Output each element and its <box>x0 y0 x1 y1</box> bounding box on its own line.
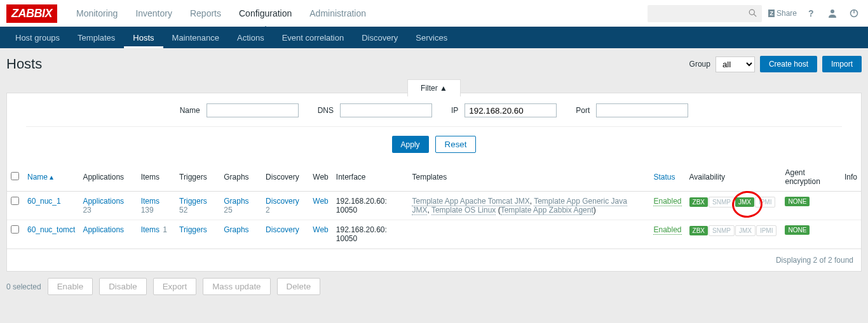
search-input[interactable] <box>648 5 762 22</box>
applications-link[interactable]: Applications <box>83 197 124 206</box>
group-label: Group <box>689 60 710 69</box>
graphs-link[interactable]: Graphs <box>224 197 248 206</box>
nav-configuration[interactable]: Configuration <box>230 1 301 26</box>
filter-apply-button[interactable]: Apply <box>392 136 429 153</box>
col-encryption: Agent encryption <box>781 163 840 192</box>
table-row: 60_nuc_tomctApplications Items 1Triggers… <box>7 220 861 249</box>
col-availability: Availability <box>686 163 782 192</box>
col-status[interactable]: Status <box>653 173 675 181</box>
status-link[interactable]: Enabled <box>653 197 681 206</box>
col-applications: Applications <box>79 163 137 192</box>
items-count: 139 <box>141 206 154 214</box>
share-link[interactable]: ZShare <box>768 9 797 18</box>
row-checkbox[interactable] <box>11 225 19 234</box>
group-select[interactable]: all <box>715 56 755 72</box>
power-icon[interactable] <box>846 6 862 21</box>
web-link[interactable]: Web <box>313 197 328 206</box>
col-graphs: Graphs <box>220 163 262 192</box>
col-web: Web <box>309 163 332 192</box>
bulk-disable-button[interactable]: Disable <box>99 278 146 295</box>
share-label: Share <box>776 9 797 18</box>
avail-ipmi: IPMI <box>755 197 776 208</box>
search-icon[interactable] <box>749 8 757 17</box>
table-row: 60_nuc_1Applications 23Items 139Triggers… <box>7 192 861 220</box>
avail-snmp: SNMP <box>709 225 735 236</box>
topright: ZShare ? <box>648 5 862 22</box>
hosts-table: Name ▴ Applications Items Triggers Graph… <box>7 163 861 249</box>
filter-name-input[interactable] <box>207 103 299 117</box>
template-link[interactable]: Template OS Linux <box>431 206 496 215</box>
triggers-link[interactable]: Triggers <box>179 197 207 206</box>
subnav-event-correlation[interactable]: Event correlation <box>273 27 353 48</box>
import-button[interactable]: Import <box>822 56 862 72</box>
avail-snmp: SNMP <box>709 197 735 208</box>
row-checkbox[interactable] <box>11 197 19 205</box>
discovery-link[interactable]: Discovery <box>266 225 299 234</box>
items-link[interactable]: Items <box>141 225 159 234</box>
filter-toggle[interactable]: Filter ▲ <box>407 79 461 96</box>
col-triggers: Triggers <box>175 163 220 192</box>
filter-port-label: Port <box>576 106 590 115</box>
col-discovery: Discovery <box>262 163 309 192</box>
logo[interactable]: ZABBIX <box>6 4 57 23</box>
nav-inventory[interactable]: Inventory <box>126 1 181 26</box>
filter-card: Name DNS IP Port Apply Reset Name ▴ Appl… <box>6 93 862 272</box>
graphs-link[interactable]: Graphs <box>224 225 248 234</box>
status-link[interactable]: Enabled <box>653 225 681 235</box>
svg-line-1 <box>754 14 757 16</box>
triggers-count: 52 <box>179 206 187 214</box>
nav-monitoring[interactable]: Monitoring <box>67 1 126 26</box>
topnav: Monitoring Inventory Reports Configurati… <box>67 1 375 26</box>
avail-zbx: ZBX <box>689 197 708 207</box>
triggers-link[interactable]: Triggers <box>179 225 207 234</box>
bulk-export-button[interactable]: Export <box>153 278 197 295</box>
filter-reset-button[interactable]: Reset <box>435 136 477 153</box>
bulk-delete-button[interactable]: Delete <box>277 278 321 295</box>
user-icon[interactable] <box>825 6 840 21</box>
select-all-checkbox[interactable] <box>11 172 19 180</box>
template-link[interactable]: Template App Apache Tomcat JMX <box>412 197 529 206</box>
selected-count: 0 selected <box>6 282 41 291</box>
items-count: 1 <box>161 225 167 234</box>
subnav-services[interactable]: Services <box>407 27 456 48</box>
nav-administration[interactable]: Administration <box>301 1 375 26</box>
items-link[interactable]: Items <box>141 197 159 206</box>
applications-link[interactable]: Applications <box>83 225 124 234</box>
info-cell <box>841 192 861 220</box>
page-title: Hosts <box>6 56 42 72</box>
graphs-count: 25 <box>224 206 232 214</box>
nav-reports[interactable]: Reports <box>181 1 230 26</box>
filter-ip-input[interactable] <box>465 103 557 117</box>
filter-tab-wrap: Filter ▲ <box>6 80 862 93</box>
encryption-badge: NONE <box>785 197 810 206</box>
filter-port-input[interactable] <box>596 103 688 117</box>
subnav-hosts[interactable]: Hosts <box>124 27 163 48</box>
templates-cell <box>408 220 649 249</box>
host-name-link[interactable]: 60_nuc_1 <box>27 197 61 206</box>
templates-cell: Template App Apache Tomcat JMX, Template… <box>408 192 649 220</box>
table-footer: Displaying 2 of 2 found <box>7 249 861 271</box>
subnav: Host groups Templates Hosts Maintenance … <box>0 27 868 48</box>
host-name-link[interactable]: 60_nuc_tomct <box>27 225 75 234</box>
filter-dns-input[interactable] <box>340 103 432 117</box>
interface-cell: 192.168.20.60: 10050 <box>332 192 409 220</box>
encryption-badge: NONE <box>785 225 810 235</box>
info-cell <box>841 220 861 249</box>
template-link[interactable]: Template App Zabbix Agent <box>501 206 593 215</box>
bulk-mass-update-button[interactable]: Mass update <box>203 278 270 295</box>
filter-ip-label: IP <box>451 106 458 115</box>
create-host-button[interactable]: Create host <box>760 56 817 72</box>
applications-count: 23 <box>83 206 91 214</box>
col-name[interactable]: Name ▴ <box>27 173 53 181</box>
page-header: Hosts Group all Create host Import <box>0 48 868 80</box>
avail-zbx: ZBX <box>689 226 708 235</box>
web-link[interactable]: Web <box>313 225 328 234</box>
subnav-hostgroups[interactable]: Host groups <box>6 27 69 48</box>
bulk-enable-button[interactable]: Enable <box>48 278 93 295</box>
subnav-discovery[interactable]: Discovery <box>353 27 407 48</box>
help-icon[interactable]: ? <box>803 6 818 21</box>
subnav-templates[interactable]: Templates <box>69 27 124 48</box>
discovery-link[interactable]: Discovery <box>266 197 299 206</box>
discovery-count: 2 <box>266 206 270 214</box>
subnav-maintenance[interactable]: Maintenance <box>163 27 228 48</box>
